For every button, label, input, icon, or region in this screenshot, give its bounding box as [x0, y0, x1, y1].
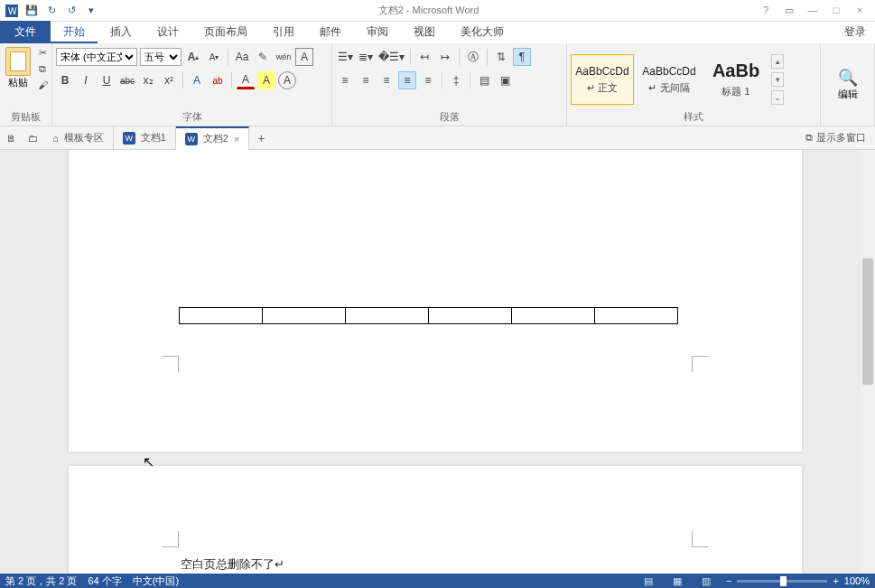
increase-indent-button[interactable]: ↦ — [436, 48, 454, 66]
redo-icon[interactable]: ↻ — [43, 3, 60, 19]
zoom-slider-knob[interactable] — [780, 576, 787, 586]
read-mode-icon[interactable]: ▤ — [639, 575, 657, 587]
justify-button[interactable]: ≡ — [398, 71, 416, 89]
gallery-up-icon[interactable]: ▴ — [771, 54, 784, 69]
scrollbar-thumb[interactable] — [862, 258, 873, 385]
subscript-button[interactable]: x₂ — [139, 71, 157, 89]
margin-corner-icon — [692, 356, 708, 372]
change-case-button[interactable]: Aa — [233, 48, 251, 66]
paragraph-label: 段落 — [336, 110, 563, 126]
char-border-button[interactable]: A — [295, 48, 313, 66]
help-button[interactable]: ? — [758, 5, 774, 16]
minimize-button[interactable]: — — [805, 5, 821, 16]
style-nospacing[interactable]: AaBbCcDd ↵ 无间隔 — [638, 54, 701, 105]
find-icon[interactable]: 🔍 — [838, 68, 858, 88]
phonetic-guide-button[interactable]: wén — [275, 48, 293, 66]
align-center-button[interactable]: ≡ — [357, 71, 375, 89]
vertical-scrollbar[interactable] — [861, 150, 875, 574]
highlight-button[interactable]: A — [257, 71, 275, 89]
strike-button[interactable]: abc — [118, 71, 136, 89]
word-app-icon: W — [4, 3, 20, 19]
tab-home[interactable]: 开始 — [51, 21, 98, 43]
doc-tab-2[interactable]: W 文档2 × — [176, 126, 250, 150]
cut-icon[interactable]: ✂ — [34, 45, 51, 60]
document-table[interactable] — [179, 307, 678, 324]
tab-insert[interactable]: 插入 — [98, 21, 144, 43]
clipboard-label: 剪贴板 — [4, 110, 48, 126]
page-1[interactable] — [69, 150, 802, 452]
maximize-button[interactable]: □ — [828, 5, 844, 16]
zoom-out-button[interactable]: − — [726, 575, 731, 586]
tab-layout[interactable]: 页面布局 — [191, 21, 260, 43]
font-color-button[interactable]: A — [237, 71, 255, 89]
tab-view[interactable]: 视图 — [401, 21, 448, 43]
tab-references[interactable]: 引用 — [260, 21, 307, 43]
tab-file[interactable]: 文件 — [0, 21, 51, 43]
page-indicator[interactable]: 第 2 页，共 2 页 — [5, 574, 77, 588]
grow-font-button[interactable]: A▴ — [184, 48, 202, 66]
shrink-font-button[interactable]: A▾ — [205, 48, 223, 66]
multilevel-button[interactable]: �☰▾ — [377, 48, 405, 66]
tab-beautify[interactable]: 美化大师 — [448, 21, 517, 43]
print-layout-icon[interactable]: ▦ — [668, 575, 686, 587]
gallery-more-icon[interactable]: ⌄ — [771, 90, 784, 105]
show-multi-window[interactable]: ⧉ 显示多窗口 — [796, 131, 875, 145]
underline-button[interactable]: U — [98, 71, 116, 89]
qat-customize-icon[interactable]: ▾ — [83, 3, 99, 19]
web-layout-icon[interactable]: ▥ — [697, 575, 715, 587]
sort-button[interactable]: ⇅ — [492, 48, 510, 66]
font-size-select[interactable]: 五号 — [140, 48, 182, 66]
font-name-select[interactable]: 宋体 (中文正文) — [56, 48, 137, 66]
undo-icon[interactable]: ↺ — [63, 3, 79, 19]
text-effects-button[interactable]: A — [188, 71, 206, 89]
zoom-value[interactable]: 100% — [844, 575, 870, 586]
template-label: 模板专区 — [64, 131, 104, 145]
paste-button[interactable]: 粘贴 — [4, 45, 33, 110]
align-left-button[interactable]: ≡ — [336, 71, 354, 89]
decrease-indent-button[interactable]: ↤ — [415, 48, 433, 66]
enclosed-char-button[interactable]: A — [278, 71, 296, 89]
page-2[interactable]: 空白页总删除不了↵ — [69, 466, 802, 574]
phonetic-pinyin-button[interactable]: ab — [209, 71, 227, 89]
open-folder-icon[interactable]: 🗀 — [22, 133, 43, 144]
word-count[interactable]: 64 个字 — [88, 574, 121, 588]
close-tab-icon[interactable]: × — [234, 134, 239, 145]
word-doc-icon: W — [123, 132, 135, 145]
login-link[interactable]: 登录 — [835, 21, 875, 43]
template-zone-tab[interactable]: ⌂ 模板专区 — [43, 126, 114, 150]
document-body-text[interactable]: 空白页总删除不了↵ — [181, 556, 284, 573]
bullets-button[interactable]: ☰▾ — [336, 48, 354, 66]
superscript-button[interactable]: x² — [160, 71, 178, 89]
tab-design[interactable]: 设计 — [144, 21, 191, 43]
style-normal[interactable]: AaBbCcDd ↵ 正文 — [571, 54, 634, 105]
document-canvas[interactable]: 空白页总删除不了↵ ↖ — [0, 150, 875, 574]
editing-label: 编辑 — [838, 88, 858, 101]
ribbon-display-button[interactable]: ▭ — [781, 5, 797, 16]
bold-button[interactable]: B — [56, 71, 74, 89]
style-gallery-scroll[interactable]: ▴ ▾ ⌄ — [771, 54, 784, 105]
distribute-button[interactable]: ≡ — [419, 71, 437, 89]
shading-button[interactable]: ▤ — [475, 71, 493, 89]
borders-button[interactable]: ▣ — [496, 71, 514, 89]
add-doc-button[interactable]: + — [249, 131, 273, 145]
gallery-down-icon[interactable]: ▾ — [771, 72, 784, 87]
language-indicator[interactable]: 中文(中国) — [133, 574, 179, 588]
tab-mail[interactable]: 邮件 — [307, 21, 354, 43]
show-marks-button[interactable]: ¶ — [513, 48, 531, 66]
save-icon[interactable]: 💾 — [23, 3, 40, 19]
align-right-button[interactable]: ≡ — [377, 71, 396, 89]
clear-format-button[interactable]: ✎ — [254, 48, 272, 66]
italic-button[interactable]: I — [77, 71, 95, 89]
line-spacing-button[interactable]: ‡ — [447, 71, 465, 89]
zoom-slider[interactable] — [737, 580, 827, 583]
doc-tab-1[interactable]: W 文档1 — [114, 126, 176, 150]
style-heading1[interactable]: AaBb 标题 1 — [704, 54, 768, 105]
close-button[interactable]: × — [852, 5, 868, 16]
zoom-in-button[interactable]: + — [833, 575, 838, 586]
numbering-button[interactable]: ≣▾ — [357, 48, 375, 66]
tab-review[interactable]: 审阅 — [354, 21, 401, 43]
copy-icon[interactable]: ⧉ — [34, 61, 51, 76]
new-blank-icon[interactable]: 🗎 — [0, 133, 22, 144]
text-direction-button[interactable]: Ⓐ — [464, 48, 482, 66]
format-painter-icon[interactable]: 🖌 — [34, 78, 51, 92]
